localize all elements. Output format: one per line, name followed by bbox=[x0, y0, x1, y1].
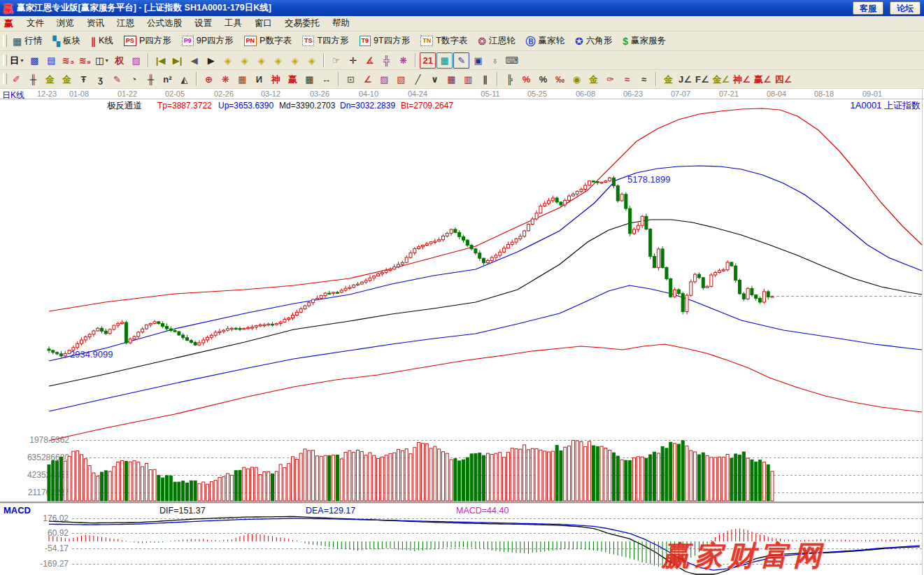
toolbar-button-jump-right[interactable]: ◈ bbox=[236, 52, 253, 69]
toolbar-button-p-square[interactable]: PSP四方形 bbox=[120, 33, 176, 50]
toolbar-button-tool-crosshair-circle[interactable]: ⊕ bbox=[201, 71, 217, 87]
toolbar-button-first-page[interactable]: |◀ bbox=[152, 52, 169, 69]
toolbar-button-prev-bar[interactable]: ◀ bbox=[186, 52, 202, 69]
toolbar-button-tool-grid-box[interactable]: ▦ bbox=[234, 71, 250, 87]
toolbar-button-draw-brush[interactable]: ✐ bbox=[8, 71, 24, 87]
toolbar-button-tool-si-angle[interactable]: 四∠ bbox=[774, 71, 794, 87]
menu-trade[interactable]: 交易委托 bbox=[278, 16, 326, 31]
toolbar-button-tool-red-pencil[interactable]: ✎ bbox=[109, 71, 125, 87]
toolbar-button-compress-h[interactable]: ◈ bbox=[270, 52, 286, 69]
toolbar-button-p-number-table[interactable]: PNP数字表 bbox=[240, 33, 296, 50]
toolbar-button-tool-wave[interactable]: ≈ bbox=[619, 71, 635, 87]
toolbar-button-candle-style[interactable]: ◫▼ bbox=[94, 52, 111, 69]
toolbar-button-tool-shen-angle[interactable]: 神∠ bbox=[732, 71, 752, 87]
toolbar-button-last-page[interactable]: ▶| bbox=[169, 52, 185, 69]
toolbar-button-kline[interactable]: ∥K线 bbox=[87, 33, 118, 50]
menu-help[interactable]: 帮助 bbox=[326, 16, 356, 31]
toolbar-button-tool-measure-h[interactable]: ↔ bbox=[318, 71, 334, 87]
toolbar-button-calculator[interactable]: ▦ bbox=[436, 52, 453, 69]
menu-window[interactable]: 窗口 bbox=[248, 16, 278, 31]
toolbar-button-t-number-table[interactable]: TNT数字表 bbox=[416, 33, 471, 50]
menu-file[interactable]: 文件 bbox=[20, 16, 50, 31]
toolbar-button-period-daily[interactable]: 日▼ bbox=[8, 52, 26, 69]
toolbar-button-crosshair[interactable]: ✛ bbox=[345, 52, 361, 69]
toolbar-button-next-bar[interactable]: ▶ bbox=[203, 52, 219, 69]
toolbar-button-tool-ink-mark[interactable]: ✑ bbox=[602, 71, 618, 87]
toolbar-button-min9-kline[interactable]: ≋₉ bbox=[77, 52, 93, 69]
toolbar-button-sectors[interactable]: ▚板块 bbox=[48, 33, 85, 50]
toolbar-button-tool-gold-gate-2[interactable]: 金 bbox=[59, 71, 75, 87]
toolbar-button-tool-square-grid[interactable]: ▦ bbox=[443, 71, 460, 87]
menu-info[interactable]: 资讯 bbox=[80, 16, 111, 31]
toolbar-button-tool-gann-grid[interactable]: ▧ bbox=[393, 71, 409, 87]
toolbar-button-gann-flower[interactable]: ╬ bbox=[378, 52, 395, 69]
toolbar-button-tool-permille[interactable]: ‰ bbox=[552, 71, 568, 87]
toolbar-button-angle-measure[interactable]: ∡ bbox=[362, 52, 378, 69]
toolbar-button-tool-percent[interactable]: % bbox=[535, 71, 551, 87]
toolbar-button-tool-web[interactable]: ❋ bbox=[218, 71, 234, 87]
toolbar-button-tool-gann-box[interactable]: ▨ bbox=[376, 71, 392, 87]
toolbar-button-network[interactable]: ♁ bbox=[487, 52, 503, 69]
menu-settings[interactable]: 设置 bbox=[188, 16, 218, 31]
toolbar-button-tool-square-grid-2[interactable]: ▥ bbox=[460, 71, 476, 87]
toolbar-button-market-quotes[interactable]: ▦行情 bbox=[8, 33, 46, 50]
toolbar-button-tool-ying-angle[interactable]: 赢∠ bbox=[753, 71, 773, 87]
menu-browse[interactable]: 浏览 bbox=[50, 16, 80, 31]
toolbar-button-tool-count-ruler[interactable]: ╠ bbox=[502, 71, 518, 87]
toolbar-button-9t-square[interactable]: T99T四方形 bbox=[355, 33, 415, 50]
toolbar-button-notepad[interactable]: ✎ bbox=[453, 52, 469, 69]
toolbar-button-tool-spiral[interactable]: ʒ bbox=[92, 71, 108, 87]
toolbar-button-tool-ying-comb[interactable]: 赢 bbox=[285, 71, 301, 87]
toolbar-button-tool-comb[interactable]: ╫ bbox=[25, 71, 41, 87]
toolbar-button-tool-count-grid[interactable]: ▦ bbox=[301, 71, 318, 87]
toolbar-button-tool-j-angle[interactable]: J∠ bbox=[677, 71, 693, 87]
toolbar-button-tool-mirror[interactable]: ◭ bbox=[176, 71, 192, 87]
toolbar-button-adjust-rights[interactable]: 权 bbox=[111, 52, 127, 69]
toolbar-button-tool-gold-gate[interactable]: 金 bbox=[42, 71, 58, 87]
toolbar-button-tool-f-gate[interactable]: Ŧ bbox=[76, 71, 92, 87]
toolbar-button-tool-wave-2[interactable]: ≈ bbox=[636, 71, 652, 87]
toolbar-button-vol-distribution[interactable]: ▨ bbox=[128, 52, 144, 69]
toolbar-button-save-image[interactable]: ▣ bbox=[470, 52, 486, 69]
toolbar-button-hexagon[interactable]: ✪六角形 bbox=[571, 33, 616, 50]
toolbar-button-tool-gold-line[interactable]: 金 bbox=[585, 71, 602, 87]
toolbar-button-tool-comb-2[interactable]: ╫ bbox=[143, 71, 159, 87]
forum-button[interactable]: 论坛 bbox=[890, 1, 921, 15]
toolbar-button-tool-gold-circle[interactable]: ◉ bbox=[569, 71, 585, 87]
toolbar-button-tool-gold-angle[interactable]: 金 bbox=[660, 71, 676, 87]
toolbar-button-layout-window[interactable]: ▩ bbox=[27, 52, 43, 69]
toolbar-button-gann-box-tool[interactable]: ❋ bbox=[395, 52, 411, 69]
kline-chart[interactable]: 12-2301-0801-2202-0502-2603-1203-2604-10… bbox=[0, 89, 924, 575]
toolbar-button-tool-cycle-clock[interactable]: ◔ bbox=[126, 71, 142, 87]
toolbar-button-tool-fan-lines[interactable]: ∠ bbox=[360, 71, 376, 87]
toolbar-button-calendar[interactable]: 21 bbox=[420, 52, 436, 69]
toolbar-button-tool-n2[interactable]: n² bbox=[159, 71, 176, 87]
toolbar-button-tool-zigzag[interactable]: ∨ bbox=[427, 71, 443, 87]
toolbar-button-tool-percent-line[interactable]: % bbox=[518, 71, 534, 87]
support-button[interactable]: 客服 bbox=[853, 1, 883, 15]
toolbar-button-9p-square[interactable]: P99P四方形 bbox=[178, 33, 238, 50]
toolbar-button-tool-trend-line[interactable]: ╱ bbox=[410, 71, 426, 87]
menu-tools[interactable]: 工具 bbox=[218, 16, 248, 31]
toolbar-button-pan-hand[interactable]: ☞ bbox=[328, 52, 344, 69]
kline-label: K线 bbox=[99, 35, 113, 47]
toolbar-button-jump-left[interactable]: ◈ bbox=[220, 52, 236, 69]
toolbar-button-expand-all[interactable]: ◈ bbox=[304, 52, 320, 69]
toolbar-button-compress-all[interactable]: ◈ bbox=[287, 52, 303, 69]
toolbar-button-gann-wheel[interactable]: ❂江恩轮 bbox=[474, 33, 519, 50]
toolbar-button-tool-gold-angle-2[interactable]: 金∠ bbox=[711, 71, 732, 87]
toolbar-button-min3-kline[interactable]: ≋₃ bbox=[60, 52, 76, 69]
menu-formula-stock-pick[interactable]: 公式选股 bbox=[141, 16, 188, 31]
toolbar-button-tool-quote-mark[interactable]: И bbox=[251, 71, 267, 87]
toolbar-button-winner-service[interactable]: $赢家服务 bbox=[618, 33, 670, 50]
menu-gann[interactable]: 江恩 bbox=[111, 16, 141, 31]
toolbar-button-remote-pc[interactable]: ⌨ bbox=[504, 52, 520, 69]
toolbar-button-tool-shen-comb[interactable]: 神 bbox=[268, 71, 284, 87]
toolbar-button-tool-parallel[interactable]: ∥ bbox=[477, 71, 493, 87]
toolbar-button-tool-f-angle[interactable]: F∠ bbox=[694, 71, 711, 87]
toolbar-button-expand-h[interactable]: ◈ bbox=[253, 52, 269, 69]
toolbar-button-t-square[interactable]: TST四方形 bbox=[298, 33, 353, 50]
toolbar-button-winner-wheel[interactable]: Ⓑ赢家轮 bbox=[522, 33, 569, 50]
toolbar-button-info-panel[interactable]: ▤ bbox=[43, 52, 59, 69]
toolbar-button-tool-box-rect[interactable]: ⊡ bbox=[343, 71, 359, 87]
